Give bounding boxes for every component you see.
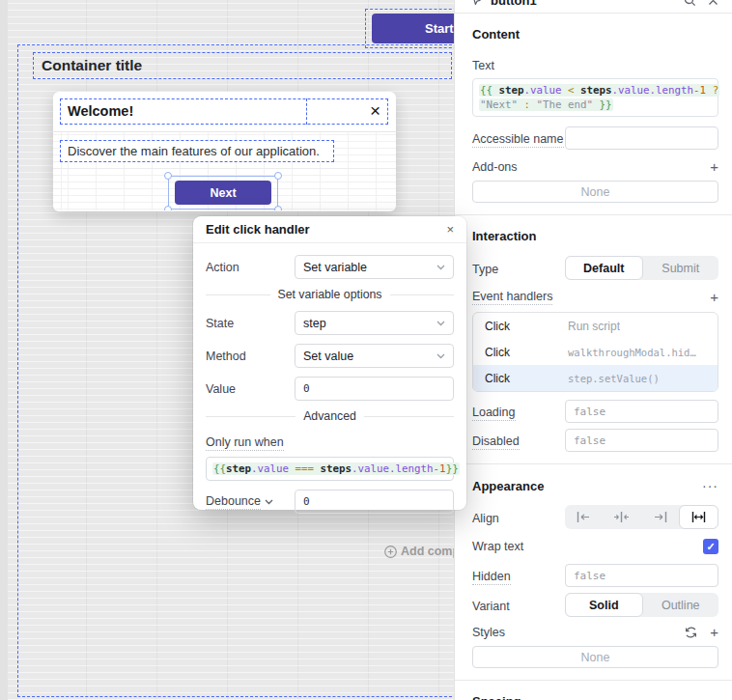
- styles-none-box[interactable]: None: [472, 646, 718, 668]
- align-left-option[interactable]: [565, 505, 603, 529]
- event-handler-row-selected[interactable]: Click step.setValue(): [473, 365, 718, 391]
- popup-title: Edit click handler: [206, 222, 310, 237]
- resize-handle-bottom-right[interactable]: [274, 206, 282, 210]
- event-handler-add-icon[interactable]: +: [710, 291, 718, 304]
- align-stretch-icon: [691, 512, 706, 522]
- styles-label: Styles: [472, 626, 505, 639]
- addons-add-icon[interactable]: +: [710, 160, 718, 174]
- wrap-text-label: Wrap text: [472, 540, 523, 553]
- add-component-button[interactable]: Add comp: [384, 545, 454, 558]
- walkthrough-modal[interactable]: Welcome! × Discover the main features of…: [53, 92, 396, 211]
- resize-handle-bottom-left[interactable]: [164, 206, 172, 210]
- event-handler-row[interactable]: Click walkthroughModal.hid…: [473, 339, 718, 365]
- content-section: Content Text {{ step.value < steps.value…: [455, 14, 732, 214]
- state-label: State: [206, 317, 295, 330]
- disabled-input[interactable]: false: [565, 429, 718, 452]
- popup-header: Edit click handler ×: [193, 216, 466, 243]
- state-value: step: [303, 317, 326, 330]
- modal-close-icon[interactable]: ×: [370, 99, 380, 123]
- popup-body: Action Set variable Set variable options…: [193, 243, 466, 514]
- align-right-option[interactable]: [641, 505, 679, 529]
- modal-body: Discover the main features of our applic…: [53, 132, 396, 210]
- value-input[interactable]: 0: [295, 377, 454, 401]
- align-center-icon: [614, 512, 629, 522]
- text-label: Text: [472, 59, 718, 72]
- component-name: button1: [491, 0, 684, 8]
- only-run-when-code-editor[interactable]: {{step.value === steps.value.length-1}}: [206, 457, 454, 481]
- loading-input[interactable]: false: [565, 400, 718, 423]
- align-segmented-control: [565, 505, 718, 529]
- event-handler-row[interactable]: Click Run script: [473, 313, 718, 339]
- variant-option-solid[interactable]: Solid: [565, 593, 643, 617]
- event-handlers-label: Event handlers: [472, 290, 552, 305]
- align-left-icon: [577, 512, 591, 522]
- resize-handle-top-left[interactable]: [164, 172, 172, 180]
- variant-segmented-control: Solid Outline: [565, 593, 718, 617]
- reset-styles-icon[interactable]: [685, 627, 697, 638]
- button-text-code-editor[interactable]: {{ step.value < steps.value.length-1 ?"N…: [472, 78, 718, 117]
- handler-event: Click: [485, 372, 568, 385]
- align-right-icon: [653, 512, 667, 522]
- loading-label: Loading: [472, 406, 516, 421]
- wrap-text-checkbox[interactable]: ✓: [703, 539, 718, 554]
- addons-none-box[interactable]: None: [472, 181, 718, 203]
- disabled-label: Disabled: [472, 434, 520, 450]
- type-option-default[interactable]: Default: [565, 256, 643, 280]
- align-stretch-option[interactable]: [679, 505, 718, 529]
- styles-add-icon[interactable]: +: [710, 626, 718, 639]
- close-icon[interactable]: [708, 0, 718, 6]
- app-builder-window: Start Container title Welcome! × Discove…: [0, 0, 732, 700]
- type-option-submit[interactable]: Submit: [643, 256, 719, 280]
- inspector-header: button1: [455, 0, 732, 14]
- modal-title: Welcome!: [68, 103, 133, 119]
- method-label: Method: [206, 350, 295, 363]
- hidden-label: Hidden: [472, 570, 511, 585]
- inspector-panel: button1 Content Text {{ step.value < ste…: [454, 0, 732, 700]
- accessible-name-input[interactable]: [565, 126, 718, 150]
- align-center-option[interactable]: [603, 505, 640, 529]
- value-label: Value: [206, 382, 295, 396]
- add-component-label: Add comp: [401, 545, 454, 558]
- container-title: Container title: [42, 57, 142, 74]
- chevron-down-icon: [265, 499, 273, 505]
- type-label: Type: [472, 263, 498, 276]
- modal-description-text: Discover the main features of our applic…: [68, 144, 320, 158]
- canvas-left-margin: [0, 0, 8, 700]
- content-section-title: Content: [472, 27, 718, 42]
- modal-header-selection-divider: [306, 98, 307, 125]
- debounce-label: Debounce: [206, 494, 261, 510]
- variant-option-outline[interactable]: Outline: [643, 593, 719, 617]
- handler-action: step.setValue(): [568, 373, 660, 384]
- addons-label: Add-ons: [472, 160, 518, 174]
- variant-label: Variant: [472, 600, 510, 613]
- handler-action: Run script: [568, 320, 620, 333]
- appearance-section-title: Appearance: [472, 479, 544, 493]
- appearance-more-icon[interactable]: ···: [702, 478, 718, 493]
- accessible-name-label: Accessible name: [472, 132, 564, 148]
- circle-plus-icon: [384, 546, 397, 558]
- cursor-icon: [470, 0, 483, 7]
- modal-description[interactable]: Discover the main features of our applic…: [60, 140, 334, 162]
- advanced-divider-label: Advanced: [303, 409, 356, 423]
- spacing-section: Spacing: [455, 681, 732, 700]
- action-select[interactable]: Set variable: [295, 255, 454, 279]
- handler-event: Click: [485, 346, 568, 359]
- container-title-box[interactable]: Container title: [33, 52, 452, 79]
- debounce-input[interactable]: 0: [295, 490, 454, 514]
- advanced-divider: Advanced: [206, 409, 454, 423]
- chevron-down-icon: [436, 353, 445, 359]
- resize-handle-top-right[interactable]: [274, 172, 282, 180]
- align-label: Align: [472, 512, 499, 525]
- start-button[interactable]: Start: [372, 14, 454, 43]
- modal-row-divider: [53, 168, 396, 169]
- spacing-section-title: Spacing: [472, 694, 718, 700]
- hidden-input[interactable]: false: [565, 564, 718, 587]
- debounce-label-group[interactable]: Debounce: [206, 494, 295, 510]
- search-icon[interactable]: [684, 0, 696, 7]
- method-select[interactable]: Set value: [295, 344, 454, 368]
- action-label: Action: [206, 261, 295, 274]
- next-button[interactable]: Next: [175, 181, 271, 205]
- popup-close-icon[interactable]: ×: [446, 222, 454, 237]
- state-select[interactable]: step: [295, 311, 454, 335]
- only-run-when-label: Only run when: [206, 435, 284, 451]
